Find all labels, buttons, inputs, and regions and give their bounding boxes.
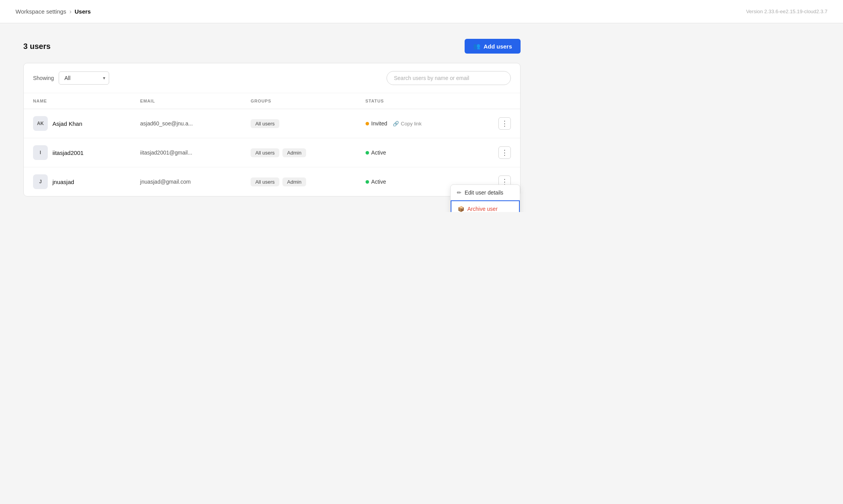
copy-link-label: Copy link: [401, 121, 422, 127]
col-actions: [472, 93, 520, 109]
top-bar: Workspace settings › Users Version 2.33.…: [0, 0, 843, 23]
status-dot-invited: [366, 122, 369, 125]
page-header: 3 users 👥 Add users: [23, 39, 521, 54]
actions-cell: ⋮: [472, 109, 520, 138]
status-cell: Invited 🔗 Copy link: [356, 109, 472, 138]
groups-cell: All users Admin: [241, 167, 356, 196]
more-button[interactable]: ⋮: [498, 117, 511, 130]
edit-label: Edit user details: [465, 189, 503, 196]
breadcrumb-parent[interactable]: Workspace settings: [16, 8, 66, 15]
breadcrumb-separator: ›: [70, 8, 71, 15]
users-count: 3 users: [23, 42, 51, 51]
table-row: AK Asjad Khan asjad60_soe@jnu.a... All u…: [24, 109, 520, 138]
actions-cell: ⋮: [472, 138, 520, 167]
email-cell: asjad60_soe@jnu.a...: [131, 109, 241, 138]
name-cell: I iitasjad2001: [24, 138, 131, 167]
archive-label: Archive user: [467, 206, 498, 212]
edit-user-details-item[interactable]: ✏ Edit user details: [451, 185, 520, 200]
name-cell: J jnuasjad: [24, 167, 131, 196]
search-input[interactable]: [387, 71, 511, 85]
archive-icon: 📦: [458, 206, 464, 212]
avatar: I: [33, 145, 48, 160]
breadcrumb: Workspace settings › Users: [16, 8, 91, 15]
filter-left: Showing All Active Invited Archived ▾: [33, 71, 109, 85]
add-users-label: Add users: [484, 43, 512, 50]
table-container: Showing All Active Invited Archived ▾ NA…: [23, 63, 521, 196]
status-label: Active: [371, 149, 386, 156]
more-button[interactable]: ⋮: [498, 146, 511, 159]
table-row: I iitasjad2001 iitasjad2001@gmail... All…: [24, 138, 520, 167]
user-name: iitasjad2001: [52, 149, 84, 156]
group-badge: Admin: [282, 177, 306, 186]
copy-link-icon: 🔗: [393, 121, 399, 127]
col-status: STATUS: [356, 93, 472, 109]
status-dot-active: [366, 151, 369, 155]
filter-select-wrapper: All Active Invited Archived ▾: [59, 71, 109, 85]
status-label: Invited: [371, 120, 387, 127]
group-badge: Admin: [282, 148, 306, 157]
actions-cell: ⋮ ✏ Edit user details 📦 Archive user: [472, 167, 520, 196]
copy-link-button[interactable]: 🔗 Copy link: [393, 121, 422, 127]
user-name: jnuasjad: [52, 179, 74, 185]
add-users-icon: 👥: [473, 43, 481, 50]
avatar: J: [33, 174, 48, 189]
col-email: EMAIL: [131, 93, 241, 109]
table-row: J jnuasjad jnuasjad@gmail.com All users …: [24, 167, 520, 196]
showing-label: Showing: [33, 75, 54, 81]
name-cell: AK Asjad Khan: [24, 109, 131, 138]
group-badge: All users: [251, 177, 279, 186]
col-groups: GROUPS: [241, 93, 356, 109]
groups-cell: All users Admin: [241, 138, 356, 167]
filter-bar: Showing All Active Invited Archived ▾: [24, 63, 520, 93]
table-header-row: NAME EMAIL GROUPS STATUS: [24, 93, 520, 109]
main-content: 3 users 👥 Add users Showing All Active I…: [0, 23, 544, 212]
users-table: NAME EMAIL GROUPS STATUS AK Asjad Khan: [24, 93, 520, 196]
status-cell: Active: [356, 138, 472, 167]
dropdown-menu: ✏ Edit user details 📦 Archive user: [450, 184, 520, 212]
status-dot-active: [366, 180, 369, 184]
col-name: NAME: [24, 93, 131, 109]
breadcrumb-current: Users: [75, 8, 91, 15]
group-badge: All users: [251, 148, 279, 157]
user-name: Asjad Khan: [52, 120, 82, 127]
group-badge: All users: [251, 119, 279, 128]
email-cell: jnuasjad@gmail.com: [131, 167, 241, 196]
edit-icon: ✏: [457, 189, 462, 196]
version-label: Version 2.33.6-ee2.15.19-cloud2.3.7: [746, 9, 827, 14]
archive-user-item[interactable]: 📦 Archive user: [451, 200, 520, 212]
email-cell: iitasjad2001@gmail...: [131, 138, 241, 167]
groups-cell: All users: [241, 109, 356, 138]
filter-select[interactable]: All Active Invited Archived: [59, 71, 109, 85]
status-label: Active: [371, 179, 386, 185]
add-users-button[interactable]: 👥 Add users: [465, 39, 521, 54]
avatar: AK: [33, 116, 48, 131]
